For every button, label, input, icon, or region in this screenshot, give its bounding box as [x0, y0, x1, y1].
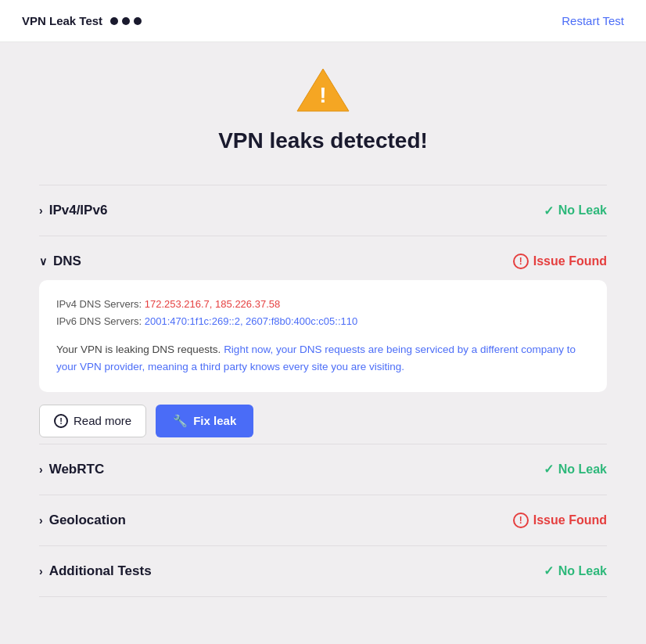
read-more-label: Read more [74, 414, 131, 427]
app-title-group: VPN Leak Test [22, 14, 142, 27]
dns-desc-part1: Your VPN is leaking DNS requests. [56, 344, 221, 355]
status-label-geolocation: Issue Found [533, 513, 607, 527]
test-row-ipv4ipv6: › IPv4/IPv6 ✓ No Leak [39, 185, 607, 236]
dns-description: Your VPN is leaking DNS requests. Right … [56, 341, 590, 376]
loading-dots [110, 17, 142, 25]
chevron-right-icon-webrtc: › [39, 463, 43, 476]
status-label-ipv4ipv6: No Leak [558, 203, 607, 218]
test-row-geolocation: › Geolocation ! Issue Found [39, 495, 607, 545]
check-icon-ipv4ipv6: ✓ [544, 203, 554, 218]
test-label-additional[interactable]: › Additional Tests [39, 563, 152, 579]
fix-leak-label: Fix leak [193, 414, 236, 427]
warning-icon: ! [296, 66, 350, 113]
restart-test-button[interactable]: Restart Test [562, 14, 624, 27]
dot-2 [122, 17, 130, 25]
main-content: ! VPN leaks detected! › IPv4/IPv6 ✓ No L… [0, 42, 646, 621]
dns-ipv6-line: IPv6 DNS Servers: 2001:470:1f1c:269::2, … [56, 313, 590, 330]
check-icon-additional: ✓ [544, 563, 554, 578]
test-row-additional: › Additional Tests ✓ No Leak [39, 545, 607, 597]
page-header: VPN Leak Test Restart Test [0, 0, 646, 42]
test-name-ipv4ipv6: IPv4/IPv6 [49, 203, 108, 218]
status-label-additional: No Leak [558, 564, 607, 578]
hero-section: ! VPN leaks detected! [39, 66, 607, 153]
chevron-right-icon: › [39, 204, 43, 217]
hero-title: VPN leaks detected! [39, 128, 607, 153]
alert-icon-dns: ! [513, 254, 529, 269]
status-additional: ✓ No Leak [544, 563, 607, 578]
action-buttons: ! Read more 🔧 Fix leak [39, 405, 607, 437]
check-icon-webrtc: ✓ [544, 462, 554, 477]
dns-ipv4-line: IPv4 DNS Servers: 172.253.216.7, 185.226… [56, 296, 590, 313]
dns-ipv4-values: 172.253.216.7, 185.226.37.58 [145, 298, 281, 310]
wrench-icon: 🔧 [173, 414, 188, 428]
svg-text:!: ! [319, 83, 326, 107]
test-name-geolocation: Geolocation [49, 513, 126, 528]
status-geolocation: ! Issue Found [513, 513, 607, 528]
fix-leak-button[interactable]: 🔧 Fix leak [156, 405, 253, 437]
test-row-dns: ∨ DNS ! Issue Found [39, 236, 607, 280]
status-webrtc: ✓ No Leak [544, 462, 607, 477]
dns-expanded-panel: IPv4 DNS Servers: 172.253.216.7, 185.226… [39, 280, 607, 392]
test-name-webrtc: WebRTC [49, 462, 105, 477]
test-name-additional: Additional Tests [49, 563, 152, 579]
dns-ipv6-label: IPv6 DNS Servers: [56, 315, 142, 327]
chevron-right-icon-geolocation: › [39, 514, 43, 527]
test-label-dns[interactable]: ∨ DNS [39, 254, 81, 269]
app-title: VPN Leak Test [22, 14, 102, 27]
alert-icon-geolocation: ! [513, 513, 529, 528]
dns-ipv4-label: IPv4 DNS Servers: [56, 298, 142, 310]
test-label-ipv4ipv6[interactable]: › IPv4/IPv6 [39, 203, 107, 218]
dot-3 [134, 17, 142, 25]
dns-servers-info: IPv4 DNS Servers: 172.253.216.7, 185.226… [56, 296, 590, 330]
status-label-dns: Issue Found [533, 254, 607, 268]
dot-1 [110, 17, 118, 25]
test-name-dns: DNS [53, 254, 81, 269]
status-dns: ! Issue Found [513, 254, 607, 269]
info-icon: ! [54, 414, 68, 428]
status-label-webrtc: No Leak [558, 462, 607, 477]
test-label-geolocation[interactable]: › Geolocation [39, 513, 126, 528]
chevron-down-icon-dns: ∨ [39, 255, 47, 268]
read-more-button[interactable]: ! Read more [39, 405, 146, 437]
test-label-webrtc[interactable]: › WebRTC [39, 462, 104, 477]
test-row-webrtc: › WebRTC ✓ No Leak [39, 444, 607, 495]
status-ipv4ipv6: ✓ No Leak [544, 203, 607, 218]
chevron-right-icon-additional: › [39, 565, 43, 577]
dns-ipv6-values: 2001:470:1f1c:269::2, 2607:f8b0:400c:c05… [145, 315, 358, 327]
